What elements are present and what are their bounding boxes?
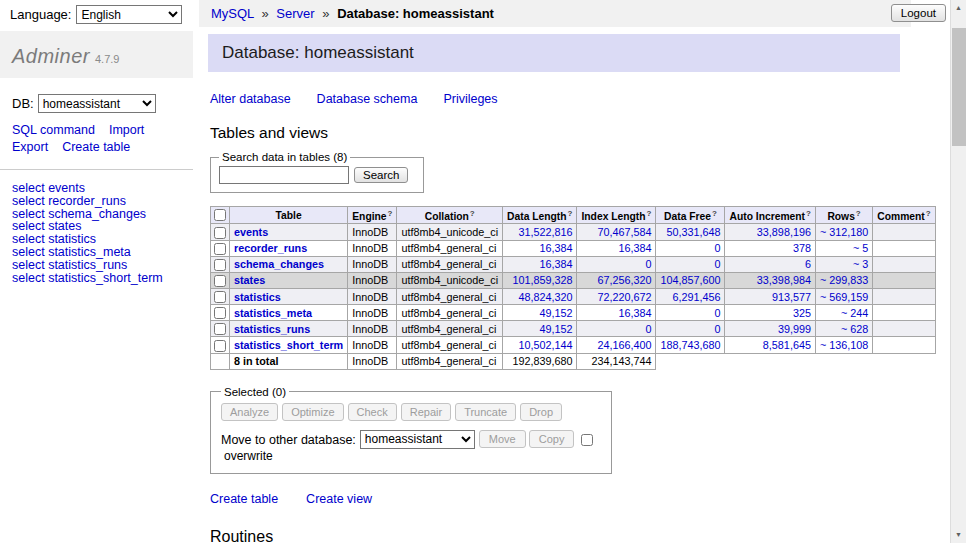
index-length-link[interactable]: 0 <box>645 323 651 335</box>
row-checkbox[interactable] <box>214 307 226 319</box>
rows-link[interactable]: ~ 312,180 <box>820 226 868 238</box>
row-checkbox[interactable] <box>214 259 226 271</box>
analyze-button[interactable]: Analyze <box>221 403 278 421</box>
help-icon[interactable]: ? <box>647 209 652 218</box>
rows-link[interactable]: ~ 3 <box>853 258 868 270</box>
data-length-link[interactable]: 101,859,328 <box>512 274 572 286</box>
help-icon[interactable]: ? <box>568 209 573 218</box>
auto-increment-link[interactable]: 33,398,984 <box>757 274 811 286</box>
db-action-link[interactable]: Alter database <box>210 92 291 106</box>
row-checkbox[interactable] <box>214 227 226 239</box>
index-length-link[interactable]: 72,220,672 <box>597 291 651 303</box>
data-length-link[interactable]: 49,152 <box>539 307 572 319</box>
db-select[interactable]: homeassistant <box>38 94 156 113</box>
help-icon[interactable]: ? <box>806 209 811 218</box>
table-name-link[interactable]: recorder_runs <box>234 242 307 254</box>
breadcrumb-link-server[interactable]: Server <box>276 6 314 21</box>
sidebar-action-link[interactable]: Export <box>12 140 48 154</box>
data-length-link[interactable]: 10,502,144 <box>518 339 572 351</box>
rows-link[interactable]: ~ 628 <box>841 323 868 335</box>
auto-increment-link[interactable]: 913,577 <box>772 291 811 303</box>
rows-link[interactable]: ~ 244 <box>841 307 868 319</box>
table-name-link[interactable]: statistics_runs <box>234 323 310 335</box>
table-name-link[interactable]: statistics_short_term <box>234 339 343 351</box>
row-checkbox[interactable] <box>214 275 226 287</box>
scroll-thumb[interactable] <box>952 28 966 146</box>
cell-comment <box>873 256 935 272</box>
row-checkbox[interactable] <box>214 243 226 255</box>
help-icon[interactable]: ? <box>856 209 861 218</box>
auto-increment-link[interactable]: 325 <box>793 307 811 319</box>
data-free-link[interactable]: 6,291,456 <box>672 291 720 303</box>
data-length-link[interactable]: 48,824,320 <box>518 291 572 303</box>
data-free-link[interactable]: 188,743,680 <box>660 339 720 351</box>
table-name-link[interactable]: statistics_meta <box>234 307 312 319</box>
cell-data-free: 104,857,600 <box>656 272 725 288</box>
sidebar-action-link[interactable]: Import <box>109 123 144 137</box>
optimize-button[interactable]: Optimize <box>282 403 343 421</box>
db-action-link[interactable]: Database schema <box>317 92 418 106</box>
rows-link[interactable]: ~ 299,833 <box>820 274 868 286</box>
sidebar-action-link[interactable]: Create table <box>62 140 130 154</box>
row-checkbox[interactable] <box>214 323 226 335</box>
data-free-link[interactable]: 104,857,600 <box>660 274 720 286</box>
table-name-link[interactable]: schema_changes <box>234 258 324 270</box>
rows-link[interactable]: ~ 569,159 <box>820 291 868 303</box>
create-link[interactable]: Create table <box>210 492 278 506</box>
cell-rows: ~ 299,833 <box>815 272 872 288</box>
cell-engine: InnoDB <box>348 240 397 256</box>
create-link[interactable]: Create view <box>306 492 372 506</box>
auto-increment-link[interactable]: 33,898,196 <box>757 226 811 238</box>
scrollbar[interactable]: ▲ ▼ <box>950 0 966 543</box>
index-length-link[interactable]: 16,384 <box>618 242 651 254</box>
row-checkbox[interactable] <box>214 291 226 303</box>
truncate-button[interactable]: Truncate <box>455 403 516 421</box>
index-length-link[interactable]: 24,166,400 <box>597 339 651 351</box>
help-icon[interactable]: ? <box>712 209 717 218</box>
overwrite-checkbox[interactable] <box>581 434 593 446</box>
help-icon[interactable]: ? <box>388 209 393 218</box>
db-action-link[interactable]: Privileges <box>443 92 497 106</box>
auto-increment-link[interactable]: 8,581,645 <box>763 339 811 351</box>
help-icon[interactable]: ? <box>470 209 475 218</box>
rows-link[interactable]: ~ 5 <box>853 242 868 254</box>
language-select[interactable]: English <box>76 5 182 24</box>
index-length-link[interactable]: 16,384 <box>618 307 651 319</box>
data-length-link[interactable]: 49,152 <box>539 323 572 335</box>
move-button[interactable]: Move <box>479 430 526 448</box>
data-free-link[interactable]: 0 <box>714 242 720 254</box>
sidebar-table-link[interactable]: select statistics_short_term <box>12 271 163 285</box>
data-length-link[interactable]: 16,384 <box>539 258 572 270</box>
index-length-link[interactable]: 70,467,584 <box>597 226 651 238</box>
auto-increment-link[interactable]: 39,999 <box>778 323 811 335</box>
table-name-link[interactable]: events <box>234 226 268 238</box>
index-length-link[interactable]: 0 <box>645 258 651 270</box>
search-button[interactable]: Search <box>354 167 408 183</box>
logout-button[interactable]: Logout <box>891 4 946 22</box>
data-free-link[interactable]: 50,331,648 <box>666 226 720 238</box>
breadcrumb-link-mysql[interactable]: MySQL <box>211 6 254 21</box>
data-length-link[interactable]: 31,522,816 <box>518 226 572 238</box>
scroll-up-icon[interactable]: ▲ <box>951 0 966 16</box>
data-free-link[interactable]: 0 <box>714 307 720 319</box>
data-length-link[interactable]: 16,384 <box>539 242 572 254</box>
help-icon[interactable]: ? <box>926 209 931 218</box>
rows-link[interactable]: ~ 136,108 <box>820 339 868 351</box>
data-free-link[interactable]: 0 <box>714 323 720 335</box>
check-button[interactable]: Check <box>348 403 397 421</box>
data-free-link[interactable]: 0 <box>714 258 720 270</box>
table-name-link[interactable]: statistics <box>234 291 281 303</box>
move-database-select[interactable]: homeassistant <box>360 430 475 449</box>
sidebar-action-link[interactable]: SQL command <box>12 123 95 137</box>
copy-button[interactable]: Copy <box>529 430 575 448</box>
search-input[interactable] <box>219 166 349 184</box>
index-length-link[interactable]: 67,256,320 <box>597 274 651 286</box>
row-checkbox[interactable] <box>214 340 226 352</box>
auto-increment-link[interactable]: 6 <box>805 258 811 270</box>
select-all-checkbox[interactable] <box>214 209 226 221</box>
scroll-down-icon[interactable]: ▼ <box>951 527 966 543</box>
drop-button[interactable]: Drop <box>520 403 562 421</box>
repair-button[interactable]: Repair <box>401 403 451 421</box>
auto-increment-link[interactable]: 378 <box>793 242 811 254</box>
table-name-link[interactable]: states <box>234 274 265 286</box>
